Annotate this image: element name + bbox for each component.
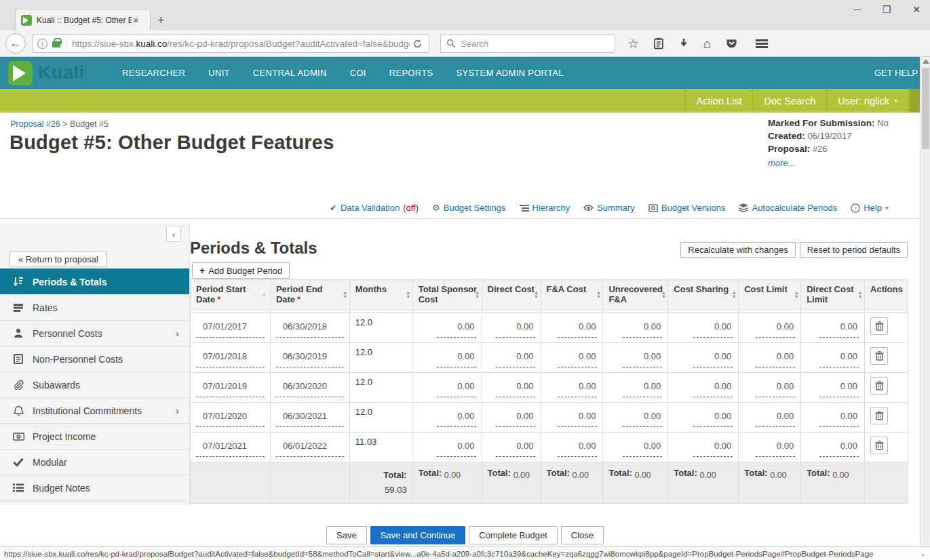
url-text[interactable]: https://siue-sbx.kuali.co/res/kc-pd-krad… [72, 39, 410, 49]
column-header-months[interactable]: Months▴▾ [350, 280, 413, 313]
reload-icon[interactable] [412, 39, 425, 49]
nav-item-researcher[interactable]: RESEARCHER [122, 68, 185, 78]
autocalculate-periods-link[interactable]: Autocalculate Periods [739, 203, 837, 213]
amount-field[interactable]: 0.00 [801, 403, 865, 432]
return-to-proposal-button[interactable]: « Return to proposal [9, 252, 107, 266]
column-header-direct-cost[interactable]: Direct Cost▴▾ [482, 280, 541, 313]
complete-budget-button[interactable]: Complete Budget [469, 526, 557, 544]
save-and-continue-button[interactable]: Save and Continue [370, 526, 466, 544]
download-icon[interactable] [678, 38, 689, 49]
pocket-icon[interactable] [726, 38, 737, 49]
sidebar-collapse-button[interactable]: ‹ [166, 226, 181, 242]
back-button[interactable]: ← [5, 33, 26, 54]
period-end-field[interactable]: 06/30/2018 [271, 313, 350, 342]
sidebar-item-non-personnel-costs[interactable]: Non-Personnel Costs [0, 346, 190, 372]
amount-field[interactable]: 0.00 [668, 343, 739, 372]
amount-field[interactable]: 0.00 [739, 373, 801, 402]
column-header-period-end[interactable]: Period End Date*▴▾ [271, 280, 350, 313]
sidebar-item-project-income[interactable]: 0 Project Income [0, 423, 190, 449]
amount-field[interactable]: 0.00 [541, 433, 604, 462]
amount-field[interactable]: 0.00 [603, 403, 668, 432]
hierarchy-link[interactable]: Hierarchy [520, 203, 570, 213]
budget-versions-link[interactable]: Budget Versions [648, 203, 726, 213]
kuali-logo[interactable]: Kuali [8, 61, 110, 85]
data-validation-link[interactable]: ✔ Data Validation (off) [330, 203, 419, 213]
minimize-icon[interactable]: ─ [854, 4, 861, 15]
nav-item-central-admin[interactable]: CENTRAL ADMIN [253, 68, 327, 78]
delete-period-button[interactable] [870, 407, 888, 424]
tab-close-icon[interactable]: × [133, 15, 139, 25]
info-icon[interactable]: i [37, 39, 47, 49]
more-link[interactable]: more... [768, 158, 910, 168]
amount-field[interactable]: 0.00 [413, 343, 482, 372]
delete-period-button[interactable] [870, 347, 888, 365]
save-button[interactable]: Save [326, 526, 367, 544]
amount-field[interactable]: 0.00 [541, 343, 604, 372]
amount-field[interactable]: 0.00 [739, 343, 801, 372]
doc-search-link[interactable]: Doc Search [752, 89, 826, 113]
clipboard-icon[interactable] [653, 37, 664, 49]
amount-field[interactable]: 0.00 [541, 403, 604, 432]
maximize-icon[interactable]: ❒ [883, 4, 891, 15]
amount-field[interactable]: 0.00 [668, 373, 739, 402]
amount-field[interactable]: 0.00 [482, 343, 541, 372]
period-start-field[interactable]: 07/01/2018 [191, 343, 271, 372]
sidebar-item-institutional-commitments[interactable]: Institutional Commitments › [0, 397, 190, 423]
period-end-field[interactable]: 06/30/2020 [271, 373, 350, 402]
amount-field[interactable]: 0.00 [603, 343, 668, 372]
nav-item-reports[interactable]: REPORTS [389, 68, 433, 78]
budget-settings-link[interactable]: ⚙ Budget Settings [432, 203, 505, 213]
sidebar-item-rates[interactable]: Rates [0, 294, 190, 320]
sidebar-item-periods-totals[interactable]: Periods & Totals [0, 268, 190, 294]
search-bar[interactable]: Search [440, 34, 615, 53]
help-menu[interactable]: ? Help ▾ [851, 203, 889, 213]
url-bar[interactable]: i https://siue-sbx.kuali.co/res/kc-pd-kr… [33, 34, 429, 53]
home-icon[interactable]: ⌂ [703, 37, 711, 50]
column-header-direct-cost-limit[interactable]: Direct Cost Limit▴▾ [801, 280, 865, 313]
nav-item-unit[interactable]: UNIT [208, 68, 230, 78]
period-end-field[interactable]: 06/30/2021 [271, 403, 350, 432]
amount-field[interactable]: 0.00 [413, 373, 482, 402]
period-end-field[interactable]: 06/30/2019 [271, 343, 350, 372]
amount-field[interactable]: 0.00 [668, 313, 739, 342]
period-start-field[interactable]: 07/01/2021 [191, 433, 271, 462]
add-budget-period-button[interactable]: +Add Budget Period [192, 262, 290, 279]
delete-period-button[interactable] [870, 377, 888, 395]
amount-field[interactable]: 0.00 [482, 433, 541, 462]
period-end-field[interactable]: 06/01/2022 [271, 433, 350, 462]
sidebar-item-personnel-costs[interactable]: Personnel Costs › [0, 320, 190, 346]
amount-field[interactable]: 0.00 [739, 433, 801, 462]
delete-period-button[interactable] [870, 437, 888, 454]
sidebar-item-modular[interactable]: Modular [0, 449, 190, 475]
amount-field[interactable]: 0.00 [413, 313, 482, 342]
amount-field[interactable]: 0.00 [801, 313, 865, 342]
reset-defaults-button[interactable]: Reset to period defaults [800, 242, 908, 258]
amount-field[interactable]: 0.00 [482, 373, 541, 402]
amount-field[interactable]: 0.00 [413, 403, 482, 432]
new-tab-button[interactable]: + [157, 14, 165, 28]
nav-item-system-admin-portal[interactable]: SYSTEM ADMIN PORTAL [456, 68, 563, 78]
close-button[interactable]: Close [561, 526, 604, 544]
breadcrumb-proposal-link[interactable]: Proposal #26 [10, 119, 60, 129]
amount-field[interactable]: 0.00 [801, 343, 865, 372]
amount-field[interactable]: 0.00 [482, 403, 541, 432]
close-icon[interactable]: ✕ [912, 4, 921, 15]
column-header-fa-cost[interactable]: F&A Cost▴▾ [541, 280, 604, 313]
vertical-scrollbar[interactable] [920, 57, 930, 546]
browser-tab[interactable]: Kuali :: Budget #5: Other Bud × [15, 9, 151, 31]
sidebar-item-budget-notes[interactable]: Budget Notes [0, 475, 190, 500]
amount-field[interactable]: 0.00 [801, 373, 865, 402]
period-start-field[interactable]: 07/01/2019 [191, 373, 271, 402]
amount-field[interactable]: 0.00 [668, 403, 739, 432]
amount-field[interactable]: 0.00 [413, 433, 482, 462]
amount-field[interactable]: 0.00 [541, 313, 604, 342]
period-start-field[interactable]: 07/01/2020 [191, 403, 271, 432]
bookmark-star-icon[interactable]: ☆ [627, 37, 639, 50]
amount-field[interactable]: 0.00 [739, 313, 801, 342]
period-start-field[interactable]: 07/01/2017 [191, 313, 271, 342]
sidebar-item-subawards[interactable]: Subawards [0, 372, 190, 397]
summary-link[interactable]: Summary [583, 203, 635, 213]
amount-field[interactable]: 0.00 [603, 433, 668, 462]
amount-field[interactable]: 0.00 [603, 313, 668, 342]
column-header-period-start[interactable]: Period Start Date*▲ [191, 280, 271, 313]
